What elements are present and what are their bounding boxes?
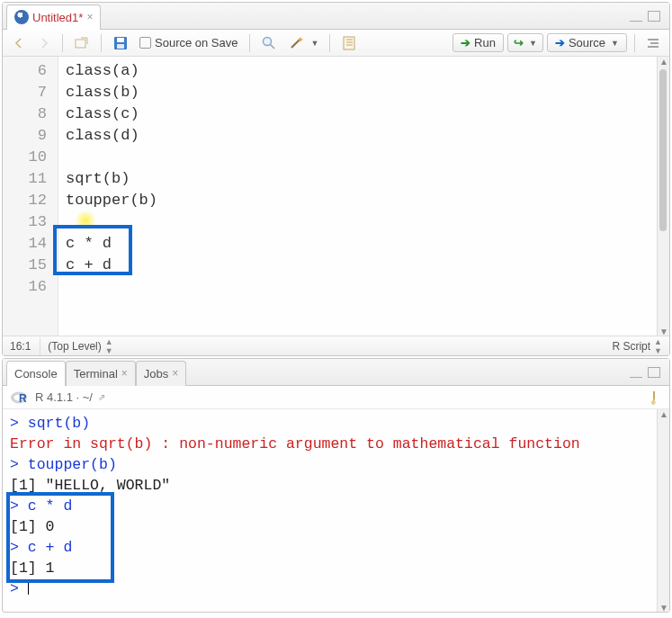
- line-number: 9: [13, 125, 47, 147]
- code-line: class(d): [66, 125, 650, 147]
- console-line: > toupper(b): [10, 454, 650, 475]
- close-icon[interactable]: ×: [121, 367, 128, 380]
- console-line: [1] 0: [10, 516, 650, 537]
- wand-icon: [288, 35, 306, 51]
- svg-line-5: [270, 44, 274, 49]
- toolbar-separator: [329, 34, 330, 52]
- scroll-up-icon[interactable]: ▲: [659, 57, 668, 66]
- scroll-up-icon[interactable]: ▲: [659, 409, 668, 418]
- close-icon[interactable]: ×: [172, 367, 178, 380]
- minimize-icon[interactable]: [630, 367, 642, 378]
- line-gutter: 678910111213141516: [3, 57, 58, 336]
- code-area[interactable]: class(a)class(b)class(c)class(d) sqrt(b)…: [58, 57, 657, 336]
- rerun-button[interactable]: ↪ ▼: [507, 33, 543, 52]
- scope-label: (Top Level): [48, 340, 101, 353]
- console-scrollbar[interactable]: ▲ ▼: [657, 409, 669, 612]
- scroll-thumb[interactable]: [659, 69, 667, 231]
- code-line: class(c): [66, 103, 650, 125]
- line-number: 14: [13, 233, 47, 255]
- tab-terminal[interactable]: Terminal ×: [66, 361, 136, 386]
- editor-scrollbar[interactable]: ▲ ▼: [657, 57, 669, 336]
- line-number: 12: [13, 190, 47, 211]
- editor-tab-untitled[interactable]: Untitled1* ×: [6, 4, 101, 30]
- toolbar-separator: [62, 34, 63, 52]
- editor-pane: Untitled1* × Source on Save: [2, 2, 670, 356]
- console-line: Error in sqrt(b) : non-numeric argument …: [10, 434, 650, 454]
- code-line: [66, 276, 650, 298]
- svg-rect-3: [117, 44, 124, 49]
- forward-nav-button[interactable]: [33, 34, 55, 52]
- compile-report-button[interactable]: [337, 33, 361, 53]
- back-arrow-icon: [12, 36, 26, 50]
- caret-down-icon: ▼: [311, 39, 319, 48]
- minimize-icon[interactable]: [630, 11, 642, 22]
- scroll-down-icon[interactable]: ▼: [659, 603, 668, 612]
- text-cursor: [28, 579, 29, 595]
- console-pane: Console Terminal × Jobs × R R 4.1.1 · ~/…: [2, 358, 670, 613]
- r-logo-icon: R: [10, 390, 30, 405]
- wd-popout-icon[interactable]: ⇗: [98, 392, 105, 402]
- tab-console[interactable]: Console: [6, 361, 66, 386]
- console-line: >: [10, 578, 650, 599]
- line-number: 13: [13, 211, 47, 233]
- run-button[interactable]: ➔ Run: [452, 33, 504, 52]
- close-icon[interactable]: ×: [86, 11, 93, 23]
- toolbar-separator: [249, 34, 250, 52]
- run-label: Run: [474, 36, 496, 49]
- tab-jobs-label: Jobs: [144, 367, 168, 381]
- line-number: 6: [13, 60, 47, 82]
- console-output[interactable]: > sqrt(b)Error in sqrt(b) : non-numeric …: [3, 409, 657, 612]
- code-line: class(a): [66, 60, 650, 82]
- popout-icon: [74, 36, 90, 50]
- code-line: sqrt(b): [66, 168, 650, 190]
- back-nav-button[interactable]: [8, 34, 30, 52]
- updown-icon: ▲▼: [654, 337, 662, 355]
- caret-down-icon: ▼: [611, 39, 619, 48]
- checkbox-icon: [139, 37, 151, 49]
- tab-console-label: Console: [14, 367, 58, 381]
- r-file-icon: [14, 10, 29, 24]
- run-arrow-icon: ➔: [461, 36, 470, 49]
- source-button[interactable]: ➔ Source ▼: [547, 33, 627, 52]
- editor-tab-label: Untitled1*: [32, 11, 83, 24]
- svg-rect-0: [76, 40, 85, 48]
- scroll-down-icon[interactable]: ▼: [659, 327, 668, 336]
- cursor-position: 16:1: [10, 340, 31, 353]
- svg-text:R: R: [19, 392, 27, 405]
- save-button[interactable]: [109, 33, 132, 53]
- console-line: > c + d: [10, 537, 650, 558]
- clear-console-icon[interactable]: [642, 386, 665, 408]
- maximize-icon[interactable]: [648, 367, 660, 378]
- code-tools-button[interactable]: ▼: [284, 33, 323, 53]
- tab-jobs[interactable]: Jobs ×: [136, 361, 186, 386]
- console-line: [1] 1: [10, 558, 650, 578]
- code-line: c + d: [66, 255, 650, 276]
- find-button[interactable]: [257, 33, 281, 53]
- caret-down-icon: ▼: [529, 39, 537, 48]
- console-line: > c * d: [10, 496, 650, 516]
- tab-terminal-label: Terminal: [74, 367, 118, 381]
- source-arrow-icon: ➔: [555, 36, 565, 49]
- notebook-icon: [341, 35, 357, 51]
- svg-rect-7: [344, 37, 354, 49]
- rerun-arrow-icon: ↪: [514, 36, 524, 49]
- line-number: 11: [13, 168, 47, 190]
- maximize-icon[interactable]: [648, 11, 660, 22]
- toolbar-separator: [101, 34, 102, 52]
- toolbar-separator: [634, 34, 635, 52]
- language-selector[interactable]: R Script ▲▼: [612, 337, 662, 355]
- pane-window-controls: [630, 367, 666, 378]
- editor-body: 678910111213141516 class(a)class(b)class…: [3, 57, 669, 336]
- console-tab-bar: Console Terminal × Jobs ×: [3, 359, 669, 386]
- code-line: [66, 211, 650, 233]
- source-on-save-checkbox[interactable]: Source on Save: [136, 34, 242, 51]
- code-line: [66, 147, 650, 168]
- show-in-new-window-button[interactable]: [70, 34, 94, 52]
- line-number: 7: [13, 82, 47, 103]
- code-line: class(b): [66, 82, 650, 103]
- outline-button[interactable]: [642, 34, 664, 52]
- scope-selector[interactable]: (Top Level) ▲▼: [40, 337, 112, 355]
- editor-tab-bar: Untitled1* ×: [3, 3, 669, 30]
- r-version-label: R 4.1.1 · ~/: [35, 390, 93, 404]
- source-on-save-label: Source on Save: [155, 36, 238, 49]
